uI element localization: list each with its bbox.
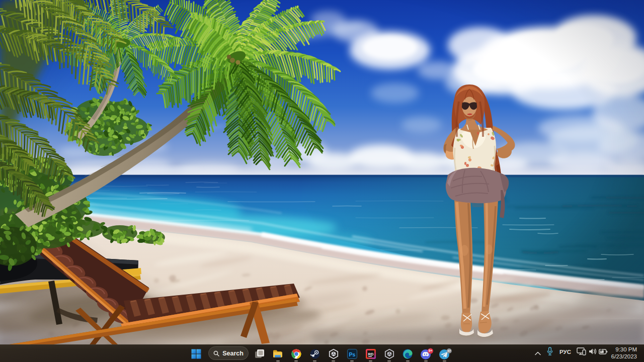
svg-text:67: 67	[447, 349, 451, 352]
svg-text:Ps: Ps	[349, 351, 355, 357]
svg-text:9+: 9+	[428, 349, 432, 352]
svg-text:RD: RD	[368, 352, 373, 356]
